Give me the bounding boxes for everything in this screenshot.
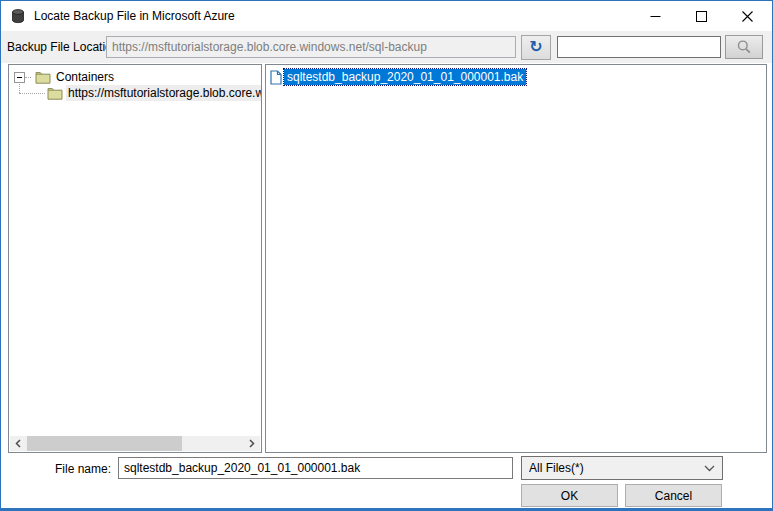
refresh-icon: ↻ (529, 39, 542, 55)
file-list-panel: sqltestdb_backup_2020_01_01_000001.bak (265, 64, 767, 453)
close-icon (742, 11, 753, 22)
chevron-right-icon (249, 439, 255, 448)
maximize-icon (696, 11, 707, 22)
folder-icon (35, 71, 51, 84)
file-name-input[interactable] (118, 457, 513, 479)
titlebar: Locate Backup File in Microsoft Azure (1, 1, 772, 31)
tree-item-label: https://msftutorialstorage.blob.core.win… (66, 85, 262, 101)
selected-file-name: sqltestdb_backup_2020_01_01_000001.bak (284, 69, 526, 85)
search-button[interactable] (725, 35, 763, 59)
minimize-button[interactable] (632, 1, 678, 31)
tree-item-label: Containers (54, 69, 116, 85)
file-type-selected-value: All Files(*) (529, 461, 704, 475)
refresh-button[interactable]: ↻ (521, 35, 551, 60)
scroll-left-arrow[interactable] (10, 436, 26, 451)
folder-icon (47, 87, 63, 100)
window-title: Locate Backup File in Microsoft Azure (34, 9, 235, 23)
file-list-item[interactable]: sqltestdb_backup_2020_01_01_000001.bak (270, 69, 526, 85)
minimize-icon (650, 11, 661, 22)
maximize-button[interactable] (678, 1, 724, 31)
database-icon (10, 8, 26, 24)
search-icon (736, 39, 752, 55)
chevron-down-icon (704, 465, 715, 472)
search-input[interactable] (557, 36, 721, 58)
backup-file-location-field: https://msftutorialstorage.blob.core.win… (106, 36, 516, 58)
scroll-right-arrow[interactable] (244, 436, 260, 451)
file-name-label: File name: (1, 462, 111, 476)
ok-button[interactable]: OK (521, 484, 618, 507)
file-type-dropdown[interactable]: All Files(*) (521, 456, 723, 480)
tree-connector (25, 77, 31, 78)
tree-connector (19, 93, 45, 94)
file-icon (270, 70, 282, 85)
chevron-left-icon (15, 439, 21, 448)
container-tree-panel: Containers https://msftutorialstorage.bl… (8, 64, 262, 453)
horizontal-scrollbar[interactable] (10, 436, 260, 451)
tree-item-storage-url[interactable]: https://msftutorialstorage.blob.core.win… (47, 85, 262, 101)
collapse-expander-icon[interactable] (14, 72, 25, 83)
close-button[interactable] (724, 1, 770, 31)
backup-file-location-label: Backup File Location (7, 40, 118, 54)
scrollbar-thumb[interactable] (27, 436, 182, 451)
cancel-button[interactable]: Cancel (625, 484, 722, 507)
tree-item-containers[interactable]: Containers (14, 69, 116, 85)
dialog-window: Locate Backup File in Microsoft Azure Ba… (0, 0, 773, 511)
caption-buttons (632, 1, 770, 31)
